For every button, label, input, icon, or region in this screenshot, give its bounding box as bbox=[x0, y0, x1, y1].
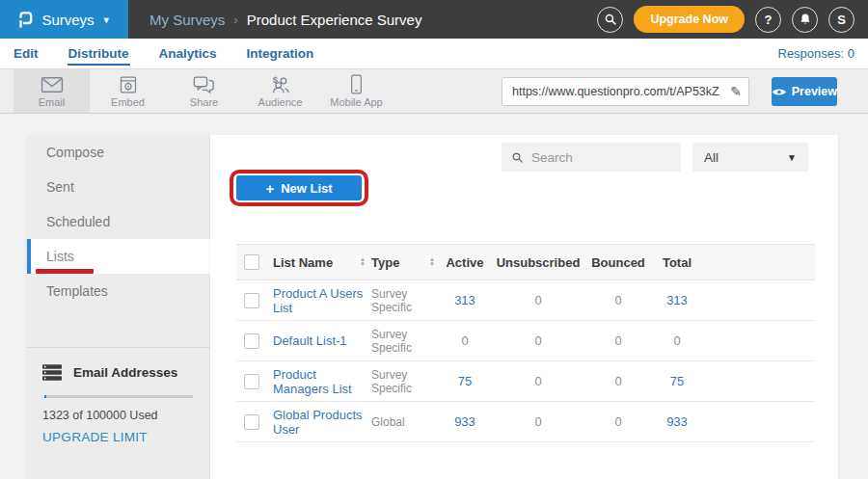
lists-panel: All ▼ + New List List Name ▲▼ bbox=[210, 135, 838, 479]
list-name-link[interactable]: Product A Users List bbox=[273, 286, 366, 315]
bounced-count: 0 bbox=[587, 293, 649, 307]
list-name-link[interactable]: Product Managers List bbox=[273, 367, 366, 396]
survey-tabs: Edit Distribute Analytics Integration Re… bbox=[0, 39, 868, 69]
usage-progress-bar bbox=[44, 395, 193, 398]
tab-distribute[interactable]: Distribute bbox=[68, 41, 130, 66]
table-row: Default List-1 Survey Specific 0 0 0 0 bbox=[236, 321, 815, 361]
toolbar-item-embed[interactable]: Embed bbox=[90, 69, 166, 113]
list-type: Survey Specific bbox=[371, 328, 435, 355]
tab-analytics[interactable]: Analytics bbox=[158, 41, 218, 66]
usage-text: 1323 of 100000 Used bbox=[42, 409, 195, 422]
search-button[interactable] bbox=[597, 7, 623, 33]
header-actions: Upgrade Now ? S bbox=[597, 6, 854, 33]
column-header-unsubscribed[interactable]: Unsubscribed bbox=[489, 255, 587, 270]
chevron-down-icon: ▼ bbox=[102, 15, 111, 25]
list-stack-icon bbox=[42, 364, 62, 381]
search-icon bbox=[604, 13, 617, 26]
questionpro-logo-icon bbox=[17, 11, 34, 29]
total-count[interactable]: 313 bbox=[649, 293, 705, 307]
bounced-count: 0 bbox=[587, 333, 649, 348]
toolbar-item-mobile-app[interactable]: Mobile App bbox=[318, 69, 394, 113]
unsubscribed-count: 0 bbox=[489, 374, 587, 388]
sidebar-item-label: Lists bbox=[46, 249, 74, 264]
column-header-bounced[interactable]: Bounced bbox=[587, 255, 649, 270]
table-row: Product Managers List Survey Specific 75… bbox=[236, 361, 815, 402]
row-checkbox[interactable] bbox=[244, 333, 259, 349]
new-list-button[interactable]: + New List bbox=[236, 175, 362, 200]
active-count[interactable]: 933 bbox=[441, 414, 489, 429]
column-header-active[interactable]: Active bbox=[441, 255, 489, 270]
sort-icon[interactable]: ▲▼ bbox=[429, 257, 435, 267]
new-list-label: New List bbox=[281, 181, 332, 196]
toolbar-item-label: Share bbox=[190, 96, 218, 108]
tab-edit[interactable]: Edit bbox=[13, 41, 40, 66]
app-root: Surveys ▼ My Surveys › Product Experienc… bbox=[0, 0, 868, 479]
survey-url-box: ✎ bbox=[502, 77, 749, 106]
sidebar-item-scheduled[interactable]: Scheduled bbox=[27, 204, 210, 239]
list-search-input[interactable] bbox=[531, 150, 671, 165]
survey-url-input[interactable] bbox=[502, 85, 723, 98]
list-type: Global bbox=[371, 415, 405, 429]
page-body: Compose Sent Scheduled Lists Templates bbox=[0, 114, 868, 479]
bounced-count: 0 bbox=[587, 414, 649, 429]
question-mark-icon: ? bbox=[765, 13, 773, 27]
eye-icon bbox=[772, 87, 787, 97]
sidebar-item-compose[interactable]: Compose bbox=[27, 135, 210, 170]
breadcrumb-separator-icon: › bbox=[233, 13, 237, 27]
audience-icon: $ bbox=[269, 74, 291, 94]
sidebar-item-lists[interactable]: Lists bbox=[27, 239, 210, 274]
unsubscribed-count: 0 bbox=[489, 293, 587, 307]
upgrade-limit-link[interactable]: UPGRADE LIMIT bbox=[42, 430, 148, 444]
avatar-button[interactable]: S bbox=[828, 7, 854, 33]
sort-icon[interactable]: ▲▼ bbox=[360, 257, 366, 267]
help-button[interactable]: ? bbox=[755, 7, 781, 33]
top-header: Surveys ▼ My Surveys › Product Experienc… bbox=[0, 0, 868, 39]
total-count: 0 bbox=[649, 333, 705, 348]
breadcrumb-my-surveys[interactable]: My Surveys bbox=[149, 12, 225, 28]
email-sidebar: Compose Sent Scheduled Lists Templates bbox=[27, 135, 210, 479]
row-checkbox[interactable] bbox=[244, 374, 259, 389]
upgrade-now-button[interactable]: Upgrade Now bbox=[634, 6, 745, 33]
sidebar-item-label: Scheduled bbox=[46, 214, 110, 229]
active-count: 0 bbox=[441, 333, 489, 348]
row-checkbox[interactable] bbox=[244, 414, 259, 430]
list-name-link[interactable]: Default List-1 bbox=[273, 333, 347, 348]
select-all-checkbox[interactable] bbox=[244, 254, 259, 270]
search-icon bbox=[511, 151, 524, 164]
product-switcher[interactable]: Surveys ▼ bbox=[0, 0, 128, 39]
toolbar-item-audience[interactable]: $ Audience bbox=[242, 69, 318, 113]
total-count[interactable]: 75 bbox=[649, 374, 705, 388]
column-header-total[interactable]: Total bbox=[649, 255, 705, 270]
active-count[interactable]: 313 bbox=[441, 293, 489, 307]
notifications-button[interactable] bbox=[792, 7, 818, 33]
list-type: Survey Specific bbox=[371, 368, 435, 395]
avatar: S bbox=[837, 13, 846, 27]
usage-progress-fill bbox=[44, 395, 46, 398]
list-name-link[interactable]: Global Products User bbox=[273, 408, 366, 437]
sidebar-item-templates[interactable]: Templates bbox=[27, 274, 210, 308]
list-filter-dropdown[interactable]: All ▼ bbox=[692, 143, 808, 172]
list-search-box bbox=[502, 143, 681, 172]
preview-button[interactable]: Preview bbox=[772, 77, 837, 106]
column-header-list-name[interactable]: List Name bbox=[273, 255, 333, 270]
email-icon bbox=[41, 75, 64, 94]
toolbar-item-label: Embed bbox=[111, 96, 145, 108]
chevron-down-icon: ▼ bbox=[787, 152, 797, 163]
filter-value: All bbox=[704, 150, 719, 165]
total-count[interactable]: 933 bbox=[649, 414, 705, 429]
row-checkbox[interactable] bbox=[244, 293, 259, 308]
share-icon bbox=[193, 75, 215, 94]
active-count[interactable]: 75 bbox=[441, 374, 489, 388]
toolbar-item-share[interactable]: Share bbox=[166, 69, 242, 113]
tab-integration[interactable]: Integration bbox=[246, 41, 315, 66]
toolbar-item-label: Mobile App bbox=[330, 96, 382, 108]
table-row: Product A Users List Survey Specific 313… bbox=[236, 280, 815, 321]
breadcrumb: My Surveys › Product Experience Survey bbox=[149, 12, 421, 28]
pencil-icon[interactable]: ✎ bbox=[723, 84, 748, 99]
sidebar-item-sent[interactable]: Sent bbox=[27, 170, 210, 204]
toolbar-item-email[interactable]: Email bbox=[14, 69, 90, 113]
email-addresses-title: Email Addresses bbox=[73, 365, 177, 380]
responses-count[interactable]: Responses: 0 bbox=[778, 46, 855, 61]
column-header-type[interactable]: Type bbox=[371, 255, 399, 270]
email-addresses-section: Email Addresses 1323 of 100000 Used UPGR… bbox=[27, 347, 210, 445]
